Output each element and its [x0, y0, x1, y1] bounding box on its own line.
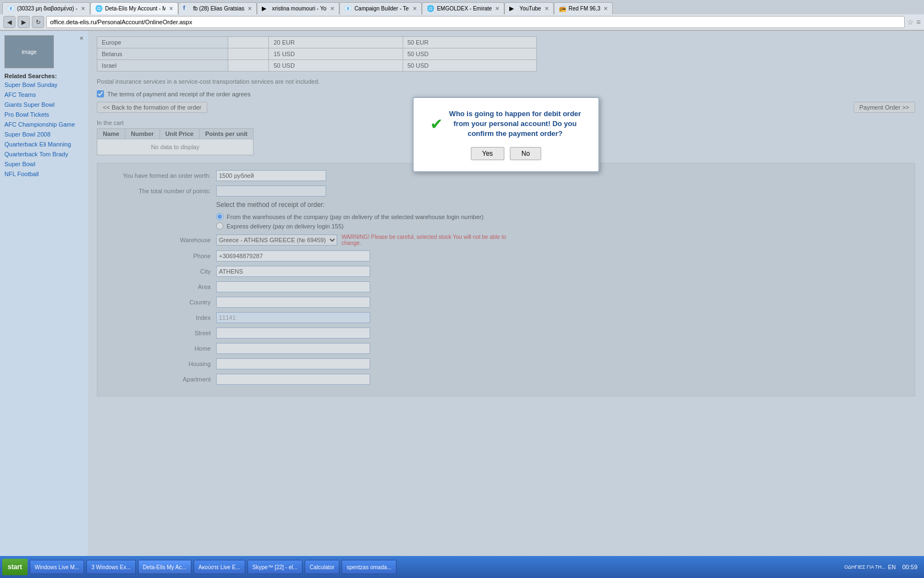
tab-6-label: EMGOLDEX - Emirates Gold...	[437, 6, 492, 12]
tab-bar: 📧 (30323 μη διαβασμένα) - illo... ✕ 🌐 De…	[0, 0, 924, 14]
tab-1-close[interactable]: ✕	[81, 6, 85, 12]
sidebar-item-afc-teams[interactable]: AFC Teams	[4, 91, 84, 98]
tab-3-favicon: f	[183, 5, 191, 13]
tab-7-label: YouTube	[519, 6, 541, 12]
sidebar-close-icon[interactable]: ✕	[79, 35, 84, 41]
modal-buttons: Yes No	[430, 147, 582, 160]
tab-8-close[interactable]: ✕	[603, 6, 608, 12]
content-area: Europe 20 EUR 50 EUR Belarus 15 USD 50 U…	[88, 31, 924, 556]
tab-8[interactable]: 📻 Red FM 96,3 ✕	[554, 2, 613, 14]
tab-7-close[interactable]: ✕	[544, 6, 549, 12]
bookmark-star-icon[interactable]: ☆	[907, 18, 914, 26]
sidebar-related-title: Related Searches:	[4, 73, 84, 79]
forward-button[interactable]: ▶	[18, 16, 30, 28]
tab-5-label: Campaign Builder - Templat...	[354, 6, 409, 12]
tab-7[interactable]: ▶ YouTube ✕	[504, 2, 553, 14]
refresh-button[interactable]: ↻	[32, 16, 44, 28]
tab-4-label: xristina moumouri - YouTub...	[272, 6, 327, 12]
settings-icon[interactable]: ≡	[916, 18, 921, 26]
sidebar-item-nfl-football[interactable]: NFL Football	[4, 171, 84, 177]
tab-5-close[interactable]: ✕	[413, 6, 417, 12]
tab-6[interactable]: 🌐 EMGOLDEX - Emirates Gold... ✕	[422, 2, 504, 14]
modal-header: ✔ Who is going to happen for debit order…	[430, 109, 582, 139]
modal-overlay: ✔ Who is going to happen for debit order…	[88, 31, 924, 556]
tab-2-close[interactable]: ✕	[169, 6, 173, 12]
nav-bar: ◀ ▶ ↻ ☆ ≡	[0, 14, 924, 30]
sidebar-item-giants-super-bowl[interactable]: Giants Super Bowl	[4, 101, 84, 108]
tab-1[interactable]: 📧 (30323 μη διαβασμένα) - illo... ✕	[2, 2, 90, 14]
tab-4-favicon: ▶	[262, 5, 270, 13]
tab-8-favicon: 📻	[559, 5, 566, 13]
address-bar[interactable]	[46, 16, 905, 28]
modal-box: ✔ Who is going to happen for debit order…	[413, 97, 600, 172]
sidebar: ✕ image Related Searches: Super Bowl Sun…	[0, 31, 88, 556]
tab-2-label: Deta-Elis My Account - My A...	[105, 6, 166, 12]
tab-4[interactable]: ▶ xristina moumouri - YouTub... ✕	[257, 2, 339, 14]
sidebar-item-super-bowl[interactable]: Super Bowl	[4, 161, 84, 167]
modal-yes-button[interactable]: Yes	[471, 147, 505, 160]
tab-1-label: (30323 μη διαβασμένα) - illo...	[17, 6, 78, 12]
sidebar-image: image	[4, 35, 54, 68]
browser-chrome: 📧 (30323 μη διαβασμένα) - illo... ✕ 🌐 De…	[0, 0, 924, 31]
modal-no-button[interactable]: No	[510, 147, 541, 160]
sidebar-item-afc-championship[interactable]: AFC Championship Game	[4, 121, 84, 128]
tab-4-close[interactable]: ✕	[330, 6, 334, 12]
modal-text: Who is going to happen for debit order f…	[448, 109, 582, 139]
tab-8-label: Red FM 96,3	[569, 6, 601, 12]
main-layout: ✕ image Related Searches: Super Bowl Sun…	[0, 31, 924, 556]
tab-6-favicon: 🌐	[427, 5, 435, 13]
sidebar-item-pro-bowl-tickets[interactable]: Pro Bowl Tickets	[4, 111, 84, 118]
tab-2-favicon: 🌐	[95, 5, 103, 13]
sidebar-item-super-bowl-sunday[interactable]: Super Bowl Sunday	[4, 81, 84, 88]
check-icon: ✔	[430, 115, 443, 133]
tab-7-favicon: ▶	[509, 5, 517, 13]
tab-3-close[interactable]: ✕	[248, 6, 252, 12]
sidebar-item-quarterback-eli[interactable]: Quarterback Eli Manning	[4, 141, 84, 148]
back-button[interactable]: ◀	[3, 16, 15, 28]
tab-5-favicon: 📧	[344, 5, 352, 13]
tab-1-favicon: 📧	[7, 5, 15, 13]
sidebar-item-super-bowl-2008[interactable]: Super Bowl 2008	[4, 131, 84, 138]
tab-3[interactable]: f fb (28) Elias Gratsias ✕	[178, 2, 257, 14]
tab-5[interactable]: 📧 Campaign Builder - Templat... ✕	[339, 2, 422, 14]
sidebar-item-quarterback-brady[interactable]: Quarterback Tom Brady	[4, 151, 84, 157]
tab-2[interactable]: 🌐 Deta-Elis My Account - My A... ✕	[90, 2, 178, 14]
tab-6-close[interactable]: ✕	[495, 6, 499, 12]
tab-3-label: fb (28) Elias Gratsias	[193, 6, 244, 12]
